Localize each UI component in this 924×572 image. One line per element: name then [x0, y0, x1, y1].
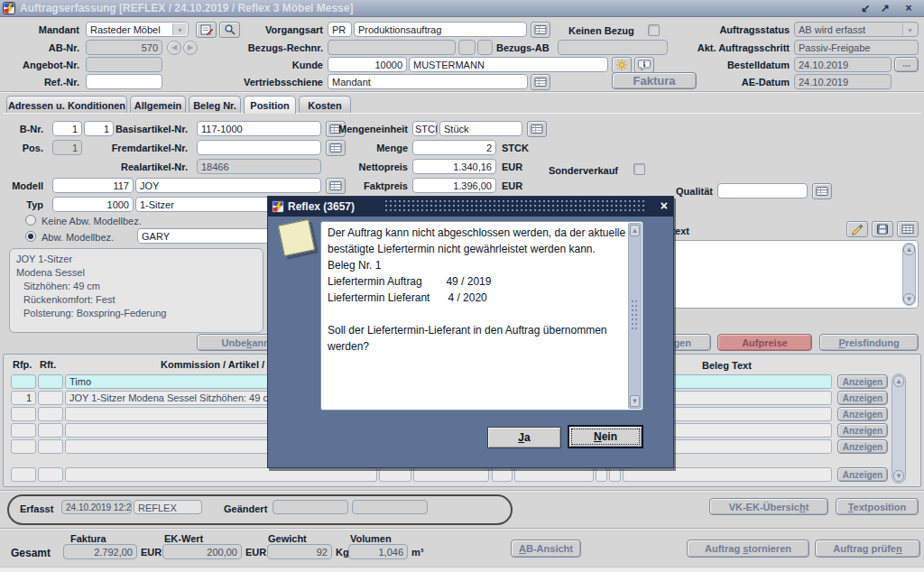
- scroll-up-icon[interactable]: ▲: [893, 375, 904, 387]
- text-edit-button[interactable]: [846, 221, 868, 237]
- anzeigen-row-button[interactable]: Anzeigen: [837, 374, 888, 389]
- mengeneinheit-lov-button[interactable]: [527, 121, 547, 137]
- scrollbar[interactable]: ▲ ▼: [902, 243, 916, 306]
- minimize-icon[interactable]: ↙: [857, 1, 873, 15]
- radio-abw-modellbez[interactable]: [25, 231, 36, 242]
- anzeigen-row-button[interactable]: Anzeigen: [837, 407, 888, 421]
- nein-button[interactable]: Nein: [568, 425, 643, 448]
- anzeigen-row-button[interactable]: Anzeigen: [837, 391, 888, 405]
- vorgangsart-text-field[interactable]: Produktionsauftrag: [354, 22, 527, 37]
- table-row-cell-rft[interactable]: [38, 374, 63, 389]
- window-titlebar[interactable]: Auftragserfassung [REFLEX / 24.10.2019 /…: [0, 0, 924, 17]
- table-row-cell[interactable]: [596, 467, 607, 482]
- vorgangsart-code-field[interactable]: PR: [328, 22, 352, 37]
- textposition-button[interactable]: Textposition: [836, 498, 919, 515]
- auftrag-stornieren-button[interactable]: Auftrag stornieren: [687, 540, 809, 558]
- sonderverkauf-checkbox[interactable]: [633, 163, 645, 175]
- tab-position[interactable]: Position: [244, 96, 296, 114]
- modell-lov-button[interactable]: [326, 178, 346, 194]
- vk-ek-uebersicht-button[interactable]: VK-EK-Übersicht: [709, 498, 828, 515]
- nettopreis-field[interactable]: 1.340,16: [412, 159, 496, 174]
- table-row-cell[interactable]: [514, 467, 594, 482]
- scroll-up-icon[interactable]: ▲: [903, 244, 915, 255]
- table-scrollbar[interactable]: ▲ ▼: [892, 374, 906, 484]
- preisfindung-button[interactable]: Preisfindung: [819, 334, 919, 351]
- scroll-down-icon[interactable]: ▼: [903, 293, 915, 305]
- scroll-down-icon[interactable]: ▼: [893, 470, 904, 482]
- qualitaet-field[interactable]: [717, 183, 808, 198]
- prev-record-button[interactable]: ◀: [167, 41, 181, 55]
- dialog-scrollbar[interactable]: ▲ ▼: [628, 223, 642, 409]
- tab-adressen-konditionen[interactable]: Adressen u. Konditionen: [6, 96, 127, 113]
- table-row-cell[interactable]: [379, 467, 411, 482]
- scroll-thumb[interactable]: [632, 300, 639, 331]
- ref-nr-field[interactable]: [86, 74, 162, 89]
- b-nr-field-1[interactable]: 1: [52, 121, 82, 136]
- tab-allgemein[interactable]: Allgemein: [130, 96, 186, 113]
- table-row-cell-text[interactable]: [65, 467, 377, 482]
- modell-text-field[interactable]: JOY: [135, 178, 321, 193]
- table-row-cell-beleg[interactable]: [671, 374, 832, 389]
- table-row-cell[interactable]: [492, 467, 513, 482]
- tab-beleg-nr[interactable]: Beleg Nr.: [189, 96, 241, 113]
- table-row-cell-rfp[interactable]: [11, 407, 36, 421]
- text-lov-button[interactable]: [897, 221, 919, 237]
- mengeneinheit-code-field[interactable]: STCK: [412, 121, 438, 136]
- bestelldatum-more-button[interactable]: ...: [894, 57, 919, 72]
- ab-nr-label: AB-Nr.: [0, 42, 79, 53]
- faktpreis-field[interactable]: 1.396,00: [412, 178, 496, 193]
- table-row-cell-beleg[interactable]: [671, 423, 832, 438]
- scroll-down-icon[interactable]: ▼: [630, 395, 640, 407]
- anzeigen-row-button[interactable]: Anzeigen: [837, 467, 888, 482]
- kunde-konditionen-button[interactable]: [612, 57, 632, 73]
- auftragsschritt-label: Akt. Auftragsschritt: [645, 42, 790, 53]
- table-row-cell[interactable]: [413, 467, 489, 482]
- anzeigen-row-button[interactable]: Anzeigen: [837, 439, 888, 454]
- kunde-name-field[interactable]: MUSTERMANN: [409, 57, 608, 72]
- mengeneinheit-text-field[interactable]: Stück: [439, 121, 522, 136]
- vorgangsart-lov-button[interactable]: [531, 22, 550, 38]
- table-row-cell-rfp[interactable]: [11, 439, 36, 454]
- modell-code-field[interactable]: 117: [52, 178, 134, 193]
- table-row-cell[interactable]: [609, 467, 621, 482]
- fremdartikel-label: Fremdartikel-Nr.: [79, 143, 188, 153]
- table-row-cell-beleg[interactable]: [671, 391, 832, 405]
- vertriebsschiene-lov-button[interactable]: [531, 74, 550, 90]
- reflex-app-icon: [272, 200, 284, 213]
- table-row-cell-rft[interactable]: [38, 467, 63, 482]
- scroll-up-icon[interactable]: ▲: [630, 225, 640, 236]
- edit-form-button[interactable]: [196, 22, 217, 38]
- table-row-cell-rfp[interactable]: [11, 423, 36, 438]
- close-icon[interactable]: ×: [661, 198, 668, 213]
- vertriebsschiene-field[interactable]: Mandant: [328, 74, 528, 89]
- table-row-cell-rft[interactable]: [38, 407, 63, 421]
- menge-field[interactable]: 2: [412, 140, 496, 155]
- table-row-cell-beleg[interactable]: [671, 439, 832, 454]
- typ-code-field[interactable]: 1000: [52, 197, 134, 212]
- ja-button[interactable]: Ja: [487, 427, 561, 448]
- close-icon[interactable]: ×: [901, 1, 917, 15]
- table-row-cell-rft[interactable]: [38, 391, 63, 405]
- ab-ansicht-button[interactable]: AB-Ansicht: [511, 540, 581, 558]
- table-row-cell-rft[interactable]: [38, 439, 63, 454]
- chevron-down-icon[interactable]: ▼: [172, 23, 187, 35]
- anzeigen-row-button[interactable]: Anzeigen: [837, 423, 888, 438]
- table-row-cell-beleg[interactable]: [671, 407, 832, 421]
- mandant-combo[interactable]: Rasteder Möbel ▼: [86, 22, 189, 37]
- tab-kosten[interactable]: Kosten: [299, 96, 351, 113]
- table-row-cell-rfp[interactable]: 1: [11, 391, 36, 405]
- table-row-cell-beleg[interactable]: [623, 467, 832, 482]
- restore-icon[interactable]: ↗: [877, 1, 893, 15]
- desc-line: JOY 1-Sitzer: [16, 254, 72, 264]
- kunde-nr-field[interactable]: 10000: [328, 57, 407, 72]
- text-save-button[interactable]: [872, 221, 893, 237]
- table-row-cell-rfp[interactable]: [11, 467, 36, 482]
- auftrag-pruefen-button[interactable]: Auftrag prüfen: [815, 540, 920, 558]
- aufpreise-button[interactable]: Aufpreise: [717, 334, 812, 351]
- dialog-titlebar[interactable]: Reflex (3657) ×: [268, 197, 673, 217]
- qualitaet-lov-button[interactable]: [812, 183, 832, 199]
- radio-keine-abw-modellbez[interactable]: [25, 215, 36, 226]
- table-row-cell-rfp[interactable]: [11, 374, 36, 389]
- table-row-cell-rft[interactable]: [38, 423, 63, 438]
- next-record-button[interactable]: ▶: [183, 41, 198, 55]
